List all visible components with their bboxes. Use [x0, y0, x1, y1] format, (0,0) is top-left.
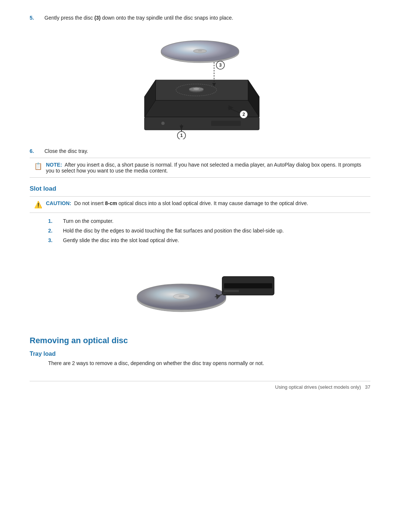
- svg-text:3: 3: [219, 63, 222, 68]
- tray-load-paragraph: There are 2 ways to remove a disc, depen…: [48, 360, 370, 366]
- slot-step-2-num: 2.: [48, 228, 63, 234]
- note-icon: 📋: [34, 162, 42, 170]
- page-footer: Using optical drives (select models only…: [30, 381, 370, 390]
- slot-step-3-text: Gently slide the disc into the slot load…: [63, 237, 370, 243]
- slot-step-3: 3. Gently slide the disc into the slot l…: [48, 237, 370, 243]
- slot-step-2: 2. Hold the disc by the edges to avoid t…: [48, 228, 370, 234]
- footer-page: 37: [365, 384, 370, 390]
- svg-point-6: [193, 88, 199, 90]
- step-6: 6. Close the disc tray.: [30, 148, 370, 154]
- slot-step-3-num: 3.: [48, 237, 63, 243]
- caution-label: CAUTION:: [46, 200, 71, 206]
- note-text: After you insert a disc, a short pause i…: [46, 162, 361, 174]
- step-5-num: 5.: [30, 15, 44, 21]
- slot-step-1: 1. Turn on the computer.: [48, 218, 370, 224]
- svg-rect-10: [211, 121, 241, 126]
- caution-icon: ⚠️: [34, 201, 42, 209]
- svg-rect-28: [224, 283, 272, 288]
- step-6-text: Close the disc tray.: [44, 148, 370, 154]
- tray-load-heading: Tray load: [30, 351, 370, 357]
- note-label: NOTE:: [46, 162, 62, 168]
- slot-step-1-num: 1.: [48, 218, 63, 224]
- slot-load-heading: Slot load: [30, 185, 370, 193]
- caution-content: CAUTION: Do not insert 8-cm optical disc…: [46, 200, 308, 206]
- slot-step-1-text: Turn on the computer.: [63, 218, 370, 224]
- step-5-text: Gently press the disc (3) down onto the …: [44, 15, 370, 21]
- disc-tray-image: 1 2 3: [30, 28, 370, 139]
- svg-text:2: 2: [243, 112, 245, 117]
- svg-point-26: [179, 295, 184, 297]
- step-6-num: 6.: [30, 148, 44, 154]
- slot-load-image: [30, 251, 370, 325]
- caution-box: ⚠️ CAUTION: Do not insert 8-cm optical d…: [30, 196, 370, 213]
- note-box: 📋 NOTE: After you insert a disc, a short…: [30, 158, 370, 178]
- svg-text:1: 1: [180, 133, 183, 138]
- removing-heading: Removing an optical disc: [30, 336, 370, 345]
- footer-text: Using optical drives (select models only…: [275, 384, 361, 390]
- caution-text: Do not insert 8-cm optical discs into a …: [74, 200, 308, 206]
- step-5: 5. Gently press the disc (3) down onto t…: [30, 15, 370, 21]
- note-content: NOTE: After you insert a disc, a short p…: [46, 162, 366, 174]
- svg-point-9: [161, 121, 165, 125]
- svg-point-3: [198, 50, 202, 51]
- svg-rect-29: [224, 290, 239, 292]
- slot-load-steps: 1. Turn on the computer. 2. Hold the dis…: [48, 218, 370, 243]
- tray-load-text: There are 2 ways to remove a disc, depen…: [48, 360, 370, 366]
- slot-step-2-text: Hold the disc by the edges to avoid touc…: [63, 228, 370, 234]
